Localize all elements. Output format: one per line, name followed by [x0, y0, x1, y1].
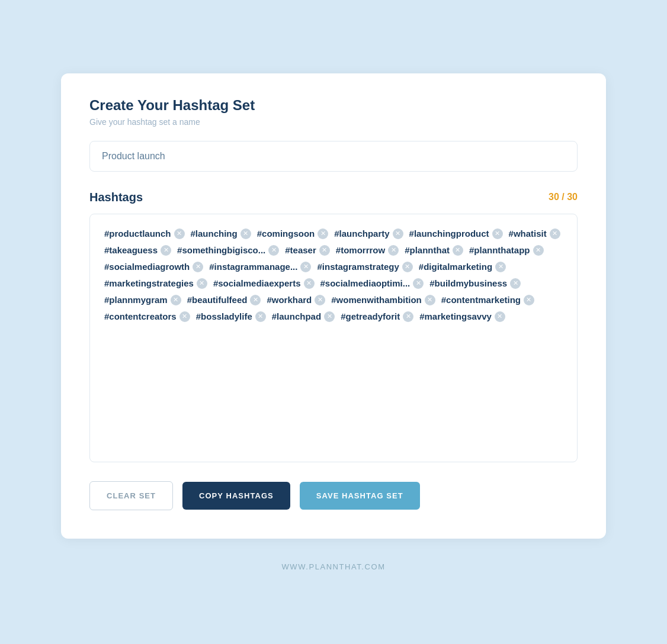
remove-hashtag-button[interactable]: ✕ [533, 245, 544, 256]
action-buttons-row: CLEAR SET COPY HASHTAGS SAVE HASHTAG SET [89, 481, 578, 510]
save-hashtag-set-button[interactable]: SAVE HASHTAG SET [300, 482, 420, 510]
remove-hashtag-button[interactable]: ✕ [425, 295, 435, 305]
hashtag-tag: #teaser✕ [285, 245, 330, 256]
remove-hashtag-button[interactable]: ✕ [388, 245, 399, 256]
hashtag-label: #marketingsavvy [419, 311, 492, 321]
hashtag-set-name-input[interactable] [89, 141, 578, 172]
hashtag-tag: #workhard✕ [267, 295, 325, 305]
hashtag-label: #launchparty [334, 228, 389, 239]
remove-hashtag-button[interactable]: ✕ [179, 311, 190, 322]
hashtag-tag: #tomorrrow✕ [336, 245, 399, 256]
hashtag-label: #digitalmarketing [419, 262, 492, 272]
hashtag-label: #instagrammanage... [209, 262, 297, 272]
remove-hashtag-button[interactable]: ✕ [510, 278, 521, 289]
remove-hashtag-button[interactable]: ✕ [550, 228, 560, 239]
remove-hashtag-button[interactable]: ✕ [315, 295, 325, 305]
remove-hashtag-button[interactable]: ✕ [492, 228, 503, 239]
hashtags-container: #productlaunch✕#launching✕#comingsoon✕#l… [89, 214, 578, 462]
remove-hashtag-button[interactable]: ✕ [304, 278, 315, 289]
remove-hashtag-button[interactable]: ✕ [495, 311, 505, 322]
hashtag-tag: #instagramstrategy✕ [317, 262, 412, 272]
remove-hashtag-button[interactable]: ✕ [250, 295, 261, 305]
hashtag-label: #somethingbigisco... [177, 245, 265, 255]
hashtag-tag: #marketingstrategies✕ [104, 278, 207, 289]
hashtag-label: #plannthat [405, 245, 450, 255]
hashtag-label: #instagramstrategy [317, 262, 399, 272]
hashtag-tag: #plannthat✕ [405, 245, 463, 256]
hashtag-label: #comingsoon [257, 228, 315, 239]
hashtag-label: #launching [191, 228, 238, 239]
hashtag-label: #contentmarketing [441, 295, 521, 305]
hashtag-label: #launchpad [272, 311, 321, 321]
remove-hashtag-button[interactable]: ✕ [197, 278, 207, 289]
copy-hashtags-button[interactable]: COPY HASHTAGS [182, 482, 290, 510]
hashtag-label: #buildmybusiness [429, 278, 507, 288]
hashtag-tag: #launchpad✕ [272, 311, 335, 322]
hashtag-label: #getreadyforit [341, 311, 400, 321]
hashtag-label: #workhard [267, 295, 312, 305]
hashtag-label: #bossladylife [196, 311, 252, 321]
hashtag-label: #contentcreators [104, 311, 177, 321]
hashtag-tag: #socialmediaoptimi...✕ [320, 278, 424, 289]
hashtag-tag: #whatisit✕ [509, 228, 560, 239]
hashtag-tag: #buildmybusiness✕ [429, 278, 521, 289]
hashtag-tag: #launchparty✕ [334, 228, 403, 239]
hashtag-count-badge: 30 / 30 [549, 192, 578, 202]
remove-hashtag-button[interactable]: ✕ [495, 262, 506, 272]
hashtags-section-header: Hashtags 30 / 30 [89, 191, 578, 204]
remove-hashtag-button[interactable]: ✕ [524, 295, 534, 305]
hashtag-label: #marketingstrategies [104, 278, 194, 288]
remove-hashtag-button[interactable]: ✕ [268, 245, 279, 256]
remove-hashtag-button[interactable]: ✕ [393, 228, 403, 239]
remove-hashtag-button[interactable]: ✕ [413, 278, 424, 289]
hashtag-label: #teaser [285, 245, 316, 255]
hashtag-tag: #takeaguess✕ [104, 245, 171, 256]
remove-hashtag-button[interactable]: ✕ [255, 311, 266, 322]
hashtag-label: #socialmediagrowth [104, 262, 190, 272]
hashtag-label: #productlaunch [104, 228, 171, 239]
remove-hashtag-button[interactable]: ✕ [193, 262, 203, 272]
remove-hashtag-button[interactable]: ✕ [300, 262, 311, 272]
hashtags-section-title: Hashtags [89, 191, 143, 204]
remove-hashtag-button[interactable]: ✕ [171, 295, 181, 305]
hashtag-tag: #launching✕ [191, 228, 251, 239]
remove-hashtag-button[interactable]: ✕ [318, 228, 328, 239]
hashtag-tag: #womenwithambition✕ [331, 295, 435, 305]
hashtag-tag: #getreadyforit✕ [341, 311, 413, 322]
hashtag-tag: #marketingsavvy✕ [419, 311, 505, 322]
hashtag-tag: #launchingproduct✕ [409, 228, 503, 239]
hashtag-label: #beautifulfeed [187, 295, 248, 305]
hashtag-tag: #somethingbigisco...✕ [177, 245, 279, 256]
hashtag-tag: #contentcreators✕ [104, 311, 190, 322]
hashtag-tag: #productlaunch✕ [104, 228, 185, 239]
remove-hashtag-button[interactable]: ✕ [403, 311, 413, 322]
hashtag-tag: #bossladylife✕ [196, 311, 266, 322]
page-subtitle: Give your hashtag set a name [89, 117, 578, 127]
hashtag-tag: #plannthatapp✕ [469, 245, 544, 256]
hashtag-label: #tomorrrow [336, 245, 385, 255]
hashtag-tag: #socialmediaexperts✕ [213, 278, 315, 289]
hashtag-label: #womenwithambition [331, 295, 422, 305]
remove-hashtag-button[interactable]: ✕ [324, 311, 335, 322]
hashtag-tag: #instagrammanage...✕ [209, 262, 311, 272]
hashtag-label: #plannthatapp [469, 245, 530, 255]
remove-hashtag-button[interactable]: ✕ [161, 245, 171, 256]
remove-hashtag-button[interactable]: ✕ [319, 245, 330, 256]
hashtag-tag: #beautifulfeed✕ [187, 295, 261, 305]
main-card: Create Your Hashtag Set Give your hashta… [61, 73, 606, 539]
hashtag-label: #plannmygram [104, 295, 168, 305]
remove-hashtag-button[interactable]: ✕ [174, 228, 185, 239]
hashtag-label: #takeaguess [104, 245, 158, 255]
hashtag-tag: #digitalmarketing✕ [419, 262, 506, 272]
remove-hashtag-button[interactable]: ✕ [240, 228, 251, 239]
hashtag-label: #whatisit [509, 228, 547, 239]
page-title: Create Your Hashtag Set [89, 97, 578, 114]
footer-url: WWW.PLANNTHAT.COM [281, 562, 385, 571]
remove-hashtag-button[interactable]: ✕ [453, 245, 463, 256]
hashtag-tag: #socialmediagrowth✕ [104, 262, 203, 272]
hashtag-label: #launchingproduct [409, 228, 489, 239]
remove-hashtag-button[interactable]: ✕ [402, 262, 413, 272]
hashtag-tag: #plannmygram✕ [104, 295, 181, 305]
clear-set-button[interactable]: CLEAR SET [89, 481, 173, 510]
hashtag-tag: #comingsoon✕ [257, 228, 329, 239]
